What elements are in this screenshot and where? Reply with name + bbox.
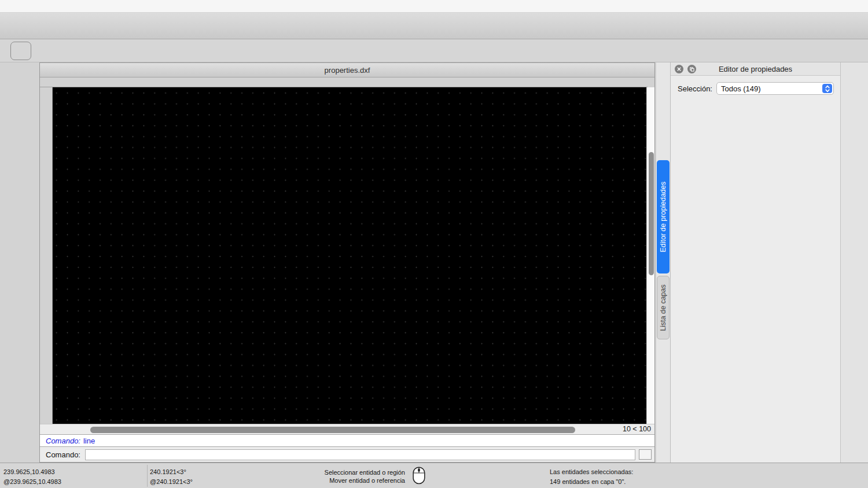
tab-layer-list[interactable]: Lista de capas	[657, 276, 670, 339]
selection-info-line1: Las entidades seleccionadas:	[550, 468, 633, 475]
horizontal-scroll-thumb[interactable]	[90, 427, 575, 433]
tab-property-editor[interactable]: Editor de propiedades	[657, 160, 670, 273]
tool-palette	[0, 62, 39, 463]
command-input[interactable]	[85, 449, 635, 460]
document-icon	[56, 65, 65, 75]
panel-title: Editor de propiedades	[671, 65, 840, 73]
polar-relative: @240.1921<3°	[150, 478, 193, 485]
selection-info-line2: 149 entidades en capa "0".	[550, 478, 626, 485]
document-titlebar[interactable]: properties.dxf	[40, 63, 654, 77]
command-history-value: line	[83, 437, 95, 445]
command-prompt-label: Comando:	[46, 450, 80, 459]
stepper-icon	[822, 84, 832, 93]
command-options-button[interactable]	[639, 449, 652, 460]
right-dock-strip	[840, 62, 868, 488]
command-history: Comando: line	[40, 434, 654, 447]
status-bar: 239.9625,10.4983 @239.9625,10.4983 240.1…	[0, 463, 868, 488]
coordinate-relative: @239.9625,10.4983	[3, 478, 61, 485]
vertical-scrollbar[interactable]	[646, 87, 654, 424]
grid-status-label: 10 < 100	[623, 425, 651, 433]
side-tab-strip: Editor de propiedades Lista de capas	[656, 62, 670, 463]
horizontal-scrollbar[interactable]	[53, 424, 619, 435]
drawing-canvas[interactable]	[53, 87, 648, 424]
main-toolbar	[0, 13, 868, 39]
coordinate-absolute: 239.9625,10.4983	[3, 468, 55, 475]
statusbar-divider	[147, 465, 148, 487]
right-click-hint: Mover entidad o referencia	[272, 476, 405, 485]
selection-label: Selección:	[678, 84, 712, 93]
vertical-ruler	[40, 87, 53, 424]
tool-options-bar	[0, 39, 868, 62]
scroll-row: 10 < 100	[40, 424, 654, 434]
selection-row: Selección: Todos (149)	[678, 82, 834, 95]
document-window: properties.dxf 10 < 100 Comando: line Co…	[39, 62, 655, 463]
ruler-corner	[40, 77, 53, 87]
horizontal-ruler	[53, 77, 648, 87]
command-history-prefix: Comando:	[46, 437, 80, 445]
mouse-hints: Seleccionar entidad o región Mover entid…	[272, 468, 405, 485]
panel-titlebar: Editor de propiedades	[671, 62, 840, 76]
command-row: Comando:	[40, 447, 654, 462]
menu-bar	[0, 0, 868, 13]
left-click-hint: Seleccionar entidad o región	[272, 468, 405, 476]
select-tool-option-button[interactable]	[10, 42, 31, 60]
selection-dropdown[interactable]: Todos (149)	[716, 82, 834, 95]
property-editor-panel: Editor de propiedades Selección: Todos (…	[670, 62, 840, 488]
vertical-scroll-thumb[interactable]	[649, 152, 654, 275]
document-title: properties.dxf	[325, 66, 370, 75]
polar-absolute: 240.1921<3°	[150, 468, 186, 475]
mouse-icon	[412, 466, 426, 485]
